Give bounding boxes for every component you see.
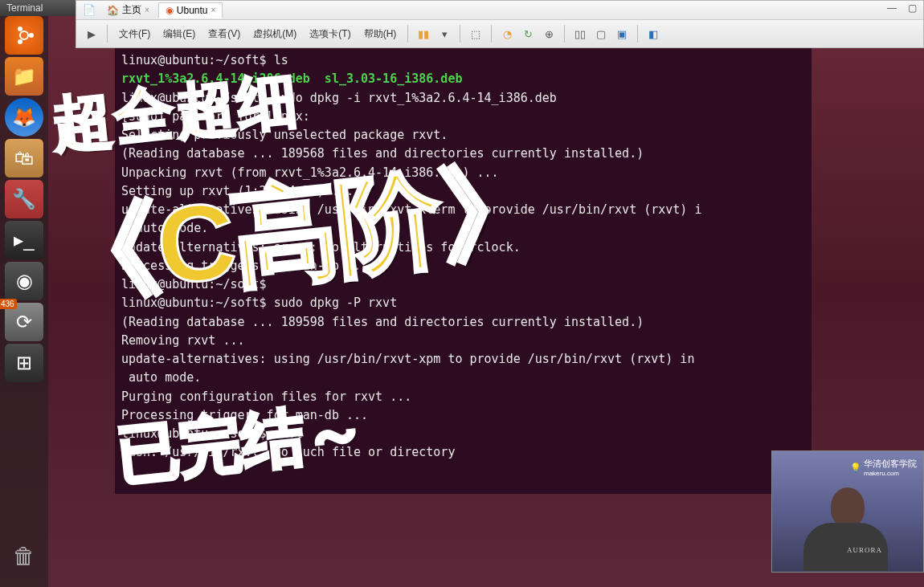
window-controls: — ▢: [887, 2, 919, 14]
svg-point-2: [18, 26, 22, 31]
ubuntu-icon: ◉: [166, 5, 174, 16]
shirt-text: AURORA: [847, 546, 882, 554]
svg-point-1: [29, 33, 34, 38]
separator: [564, 25, 565, 43]
trash-icon[interactable]: 🗑: [5, 536, 43, 575]
terminal-line: linux@ubuntu:~/soft$ sudo dpkg -i rxvt_1…: [121, 89, 805, 108]
menu-view[interactable]: 查看(V): [203, 25, 245, 43]
vm-tab-label: Ubuntu: [177, 5, 208, 16]
files-icon[interactable]: 📁: [5, 57, 43, 96]
vm-tab-label: 主页: [122, 3, 141, 17]
terminal-line: linux@ubuntu:~/soft$: [121, 275, 805, 294]
fullscreen-icon[interactable]: ▣: [613, 25, 631, 43]
webcam-overlay: 💡 华清创客学院 makeru.com AURORA: [771, 450, 924, 573]
terminal-line: linux@ubuntu:~/soft$ ls: [121, 51, 805, 70]
terminal-line: linux@ubuntu:~/soft$ rxvt: [121, 425, 805, 443]
ubuntu-dash-icon[interactable]: [5, 16, 43, 55]
pause-icon[interactable]: ▮▮: [415, 25, 432, 43]
player-icon[interactable]: ▶: [83, 25, 100, 43]
tool-icon-1[interactable]: ◔: [498, 25, 516, 43]
terminal-line: bash: /usr/bin/rxvt: No such file or dir…: [121, 443, 805, 462]
vmware-window: 📄 🏠 主页 × ◉ Ubuntu × — ▢ ▶ 文件(F) 编辑(E) 查看…: [76, 0, 924, 48]
lightbulb-icon: 💡: [850, 463, 861, 473]
menu-edit[interactable]: 编辑(E): [158, 25, 200, 43]
close-icon[interactable]: ×: [145, 6, 149, 14]
menu-vm[interactable]: 虚拟机(M): [248, 25, 301, 43]
settings-icon[interactable]: 🔧: [5, 180, 43, 218]
terminal-line: auto mode.: [121, 369, 805, 387]
vm-toolbar: ▶ 文件(F) 编辑(E) 查看(V) 虚拟机(M) 选项卡(T) 帮助(H) …: [76, 20, 923, 47]
terminal-line: update-alternatives: using /usr/bin/rxvt…: [121, 350, 805, 369]
terminal-line: Setting up rxvt (1:2.6.4-14) ...: [121, 182, 805, 201]
terminal-line: linux@ubuntu:~/soft$ sudo dpkg -P rxvt: [121, 294, 805, 312]
separator: [407, 25, 408, 43]
separator: [107, 25, 108, 43]
terminal-line: update-alternatives: using /usr/bin/rxvt…: [121, 201, 805, 219]
terminal-line: (Reading database ... 189598 files and d…: [121, 313, 805, 332]
terminal-output[interactable]: linux@ubuntu:~/soft$ lsrxvt_1%3a2.6.4-14…: [115, 48, 812, 494]
svg-point-3: [18, 39, 22, 44]
terminal-line: Removing rxvt ...: [121, 332, 805, 350]
terminal-line: (Reading database ... 189568 files and d…: [121, 145, 805, 163]
tool-icon-5[interactable]: ▢: [592, 25, 610, 43]
terminal-line: update-alternatives: error: no alternati…: [121, 238, 805, 257]
vm-tabs: 📄 🏠 主页 × ◉ Ubuntu × — ▢: [76, 1, 923, 20]
terminal-line: Selecting previously unselected package …: [121, 126, 805, 145]
home-icon: 🏠: [107, 5, 119, 16]
workspace-switcher-icon[interactable]: ⊞: [5, 344, 43, 382]
dropdown-icon[interactable]: ▾: [435, 25, 453, 43]
terminal-line: Unpacking rxvt (from rxvt_1%3a2.6.4-14_i…: [121, 164, 805, 182]
vm-tab-home[interactable]: 🏠 主页 ×: [100, 1, 157, 19]
brand-name: 华清创客学院: [864, 458, 917, 470]
terminal-line: Purging configuration files for rxvt ...: [121, 388, 805, 406]
unity-launcher: 📁 🦊 🛍 🔧 ▸_ ◉ ⟳ ⊞ 🗑: [0, 0, 48, 587]
firefox-icon[interactable]: 🦊: [5, 98, 43, 137]
unity-icon[interactable]: ◧: [644, 25, 662, 43]
terminal-line: n auto mode.: [121, 219, 805, 238]
vm-tab-ubuntu[interactable]: ◉ Ubuntu ×: [158, 2, 223, 18]
tool-icon-4[interactable]: ▯▯: [571, 25, 589, 43]
snapshot-icon[interactable]: ⬚: [467, 25, 484, 43]
tool-icon-3[interactable]: ⊕: [540, 25, 558, 43]
disk-icon[interactable]: ◉: [5, 262, 43, 300]
separator: [637, 25, 638, 43]
terminal-window-title: Terminal: [0, 0, 76, 16]
minimize-button[interactable]: —: [887, 2, 898, 14]
webcam-brand: 💡 华清创客学院 makeru.com: [850, 458, 917, 477]
close-icon[interactable]: ×: [211, 6, 216, 14]
terminal-line: Processing triggers for man-db ...: [121, 406, 805, 425]
brand-url: makeru.com: [864, 470, 917, 477]
menu-file[interactable]: 文件(F): [114, 25, 155, 43]
menu-tabs[interactable]: 选项卡(T): [305, 25, 355, 43]
terminal-line: Processing triggers for man-db ...: [121, 257, 805, 275]
maximize-button[interactable]: ▢: [908, 2, 919, 14]
webcam-person: AURORA: [803, 487, 892, 572]
tool-icon-2[interactable]: ↻: [519, 25, 537, 43]
terminal-line: [sudo] password for linux:: [121, 108, 805, 126]
terminal-line: rxvt_1%3a2.6.4-14_i386.deb sl_3.03-16_i3…: [121, 70, 805, 88]
separator: [491, 25, 492, 43]
software-center-icon[interactable]: 🛍: [5, 139, 43, 177]
vm-tab-new-icon[interactable]: 📄: [80, 2, 98, 19]
separator: [460, 25, 460, 43]
terminal-launcher-icon[interactable]: ▸_: [5, 221, 43, 259]
svg-point-0: [20, 31, 28, 39]
menu-help[interactable]: 帮助(H): [359, 25, 402, 43]
update-manager-icon[interactable]: ⟳: [5, 303, 43, 341]
